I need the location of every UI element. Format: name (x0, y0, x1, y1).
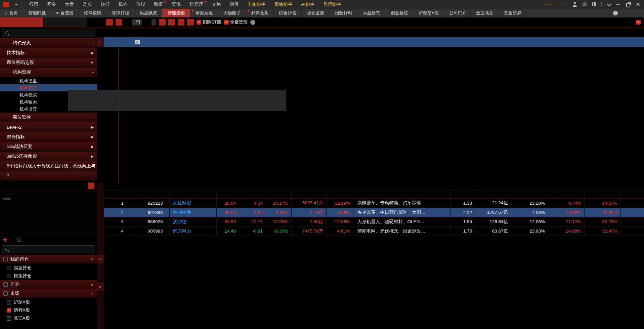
portfolio-row[interactable]: 市场 ▼ (0, 289, 97, 298)
action-button[interactable] (168, 19, 175, 26)
toolbar-item[interactable]: 大咖圈子 (218, 9, 246, 17)
checkbox-icon[interactable] (7, 308, 11, 313)
col-turnover[interactable] (511, 191, 548, 198)
toolbar-item[interactable]: 大盘状态 (357, 9, 385, 17)
user-icon[interactable] (572, 2, 577, 7)
action-button[interactable] (187, 19, 194, 26)
menu-item[interactable]: 数据 (149, 0, 167, 9)
toolbar-item[interactable]: 沪深京A股 (413, 9, 444, 17)
portfolio-row[interactable]: 我的持仓 ▼ (0, 255, 97, 263)
中国中免-icon[interactable]: 2 601888 中国中免 90.53 3.64 4.19% 4.78亿 3.8… (104, 208, 644, 217)
action-button[interactable] (178, 19, 184, 26)
indicator-tree-item[interactable]: Level-2 ▶ (0, 122, 97, 132)
indicator-tree-item[interactable]: 席位监控 › (0, 113, 97, 122)
col-net-buy[interactable] (292, 191, 327, 198)
reset-conditions-button[interactable] (88, 182, 94, 189)
filter-checkbox[interactable]: 剔除ST股 (197, 19, 221, 25)
indicator-tree-item[interactable]: 8个指标白线大于黄线并且白线，黄线向上与... (0, 161, 97, 171)
toolbar-item[interactable]: 智能盯盘 (23, 9, 51, 17)
menu-item[interactable]: 主题猎手 (243, 0, 270, 9)
board-search-input[interactable] (12, 247, 92, 252)
menu-item[interactable]: 研究院 (185, 0, 208, 9)
import-legacy-button[interactable] (116, 19, 122, 26)
scroll-up-handle[interactable]: ▼ (97, 255, 104, 263)
col-name[interactable] (170, 191, 217, 198)
board-tag[interactable] (3, 198, 11, 200)
panel-tab[interactable] (44, 17, 87, 27)
沃尔德-icon[interactable]: 3 688028 沃尔德 83.90 12.77 17.95% 1.88亿 12… (104, 217, 644, 227)
toolbar-item[interactable]: 涨停棱镜 (79, 9, 106, 17)
help-icon[interactable] (250, 20, 255, 25)
indicator-tree-item[interactable]: 机构监控 › (0, 68, 97, 77)
quick-button[interactable] (562, 4, 567, 5)
indicator-search-input[interactable] (12, 30, 92, 36)
portfolio-row[interactable]: 实盘持仓 (0, 264, 97, 272)
checked-checkbox-icon[interactable] (135, 40, 140, 44)
toolbar-item[interactable]: 热点纵览 (134, 9, 162, 17)
indicator-tree-item[interactable]: 技术指标 ▶ (0, 48, 97, 57)
quick-button[interactable] (537, 4, 542, 5)
col-vol-ratio[interactable] (451, 191, 475, 198)
board-searchbox[interactable] (2, 245, 95, 253)
tutorial-link[interactable]: ▾ (634, 20, 644, 25)
quick-button[interactable] (545, 4, 551, 5)
checkbox-icon[interactable] (3, 282, 8, 287)
indicator-tree-item[interactable]: 席位密码选股 ▼ (0, 58, 97, 67)
portfolio-row[interactable]: 所有A股 (0, 306, 97, 314)
restore-icon[interactable] (626, 2, 631, 7)
theme-icon[interactable] (592, 2, 597, 7)
info-icon[interactable] (613, 11, 618, 15)
cell-name[interactable]: 沃尔德 (170, 217, 217, 227)
toolbar-item[interactable]: 金玉满堂 (471, 9, 499, 17)
period-select[interactable] (152, 19, 156, 26)
col-float-cap[interactable] (475, 191, 511, 198)
indicator-tree-item[interactable]: ? (0, 171, 97, 180)
toolbar-item[interactable]: ⌂ 首页 (0, 9, 23, 17)
portfolio-row[interactable]: 模拟持仓 (0, 272, 97, 280)
menu-item[interactable]: 资讯 (167, 0, 185, 9)
menu-item[interactable]: 增值 (225, 0, 243, 9)
cell-name[interactable]: 荣亿精密 (170, 199, 217, 208)
menu-item[interactable]: AI猎手 (297, 0, 319, 9)
menu-item[interactable]: 舆情猎手 (319, 0, 346, 9)
indicator-row[interactable] (104, 37, 644, 47)
minimize-icon[interactable] (616, 2, 621, 7)
col-5d-pct[interactable] (548, 191, 585, 198)
toolbar-item[interactable]: 基金交易 (499, 9, 526, 17)
menu-item[interactable]: 选股 (78, 0, 96, 9)
menu-item[interactable]: 大盘 (60, 0, 78, 9)
filter-checkbox[interactable]: 全量选股 (224, 19, 248, 25)
indicator-tree-item[interactable]: 特色形态 › (0, 38, 97, 48)
gear-icon[interactable] (582, 2, 587, 7)
menu-item[interactable]: 基金 (43, 0, 60, 9)
menu-item[interactable]: 行情 (25, 0, 43, 9)
clear-button[interactable] (106, 19, 113, 26)
toolbar-item[interactable]: 趋势龙头 (246, 9, 274, 17)
toolbar-item[interactable]: ♥ 自选股 (51, 9, 79, 17)
col-code[interactable] (141, 191, 170, 198)
checkbox-icon[interactable] (7, 316, 11, 321)
date-field[interactable] (132, 19, 142, 26)
col-seq[interactable] (104, 191, 141, 198)
toolbar-item[interactable]: 帮派龙虎 (190, 9, 218, 17)
col-10d-pct[interactable] (585, 191, 621, 198)
荣亿精密-icon[interactable]: 1 920223 荣亿精密 26.04 4.37 20.17% 5897.41万… (104, 199, 644, 208)
scroll-down-handle[interactable]: ▶ (97, 282, 104, 291)
checkbox-icon[interactable] (3, 291, 8, 296)
indicator-tree-item[interactable]: 机构控盘 (0, 77, 97, 84)
toolbar-item[interactable]: 指数择时 (330, 9, 357, 17)
col-price[interactable] (217, 191, 239, 198)
portfolio-row[interactable]: 沪深A股 (0, 298, 97, 306)
cell-name[interactable]: 中国中免 (170, 208, 217, 217)
menu-item[interactable]: 短打 (96, 0, 114, 9)
menu-item[interactable]: 机构 (114, 0, 132, 9)
panel-tab[interactable] (0, 17, 44, 27)
cell-name[interactable]: 闽东电力 (170, 227, 217, 236)
checkbox-icon[interactable] (7, 266, 11, 270)
checkbox-icon[interactable] (7, 274, 11, 278)
toolbar-item[interactable]: 板块监测 (302, 9, 330, 17)
col-main-ratio[interactable] (327, 191, 353, 198)
quick-button[interactable] (554, 4, 559, 5)
chevron-down-icon[interactable] (606, 2, 611, 7)
menu-item[interactable]: 策略猎手 (270, 0, 297, 9)
